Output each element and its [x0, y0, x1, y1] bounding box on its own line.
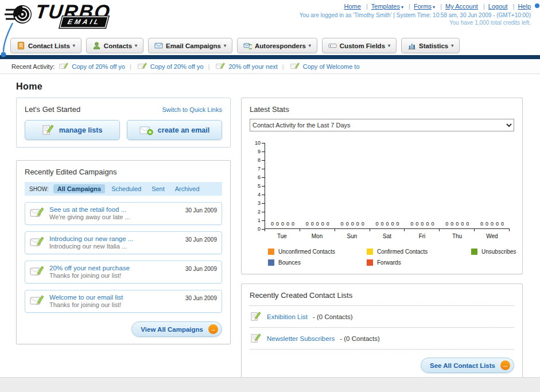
legend-label: Forwards [377, 259, 401, 266]
recent-activity-bar: Recent Activity: Copy of 20% off yo Copy… [0, 59, 540, 74]
nav-divider-bar [0, 55, 540, 59]
see-all-contact-lists-button[interactable]: See All Contact Lists → [421, 358, 514, 373]
chevron-down-icon: ▾ [401, 5, 403, 10]
campaign-title-link[interactable]: Introducing our new range ... [49, 235, 181, 242]
top-link-help[interactable]: Help [518, 3, 531, 10]
recent-activity-link[interactable]: 20% off your next [228, 63, 277, 70]
campaign-list-item[interactable]: 20% off your next purchase Thanks for jo… [25, 261, 222, 284]
campaign-list-item[interactable]: Introducing our new range ... Introducin… [25, 231, 222, 254]
decorative-dot [535, 3, 539, 8]
campaign-title-link[interactable]: Welcome to our email list [49, 294, 181, 301]
campaign-list-item[interactable]: See us at the retail food ... We're givi… [25, 202, 222, 225]
contact-list-name-link[interactable]: Exhibition List [267, 313, 308, 320]
pencil-paper-icon [42, 125, 55, 135]
recent-activity-link[interactable]: Copy of Welcome to [303, 63, 360, 70]
bar-value-label: 0 [276, 222, 279, 227]
stats-period-select[interactable]: Contact Activity for the Last 7 Days [250, 119, 514, 131]
y-axis-label: 4 [258, 192, 265, 197]
latest-stats-panel: Latest Stats Contact Activity for the La… [241, 98, 523, 274]
nav-tab-label: Autoresponders [255, 42, 306, 49]
recent-activity-item[interactable]: 20% off your next [208, 63, 278, 70]
top-link-forms[interactable]: Forms [414, 3, 432, 10]
bar-value-label: 0 [397, 222, 399, 227]
top-link-home[interactable]: Home [344, 3, 361, 10]
contact-list-item[interactable]: Exhibition List - (0 Contacts) [250, 305, 514, 327]
legend-label: Unconfirmed Contacts [278, 249, 335, 255]
bar-value-label: 0 [415, 222, 418, 227]
filter-tab-all-campaigns[interactable]: All Campaigns [53, 184, 105, 193]
contact-list-detail: - (0 Contacts) [313, 313, 353, 320]
email-pencil-icon [30, 236, 45, 248]
contact-list-item[interactable]: Newsletter Subscribers - (0 Contacts) [250, 327, 514, 349]
contact-list-name-link[interactable]: Newsletter Subscribers [267, 335, 335, 342]
top-link-my-account[interactable]: My Account [445, 3, 478, 10]
contact-lists-title: Recently Created Contact Lists [250, 291, 514, 300]
manage-lists-button[interactable]: manage lists [25, 120, 120, 140]
legend-label: Unsubscribes [481, 249, 516, 255]
bar-value-label: 0 [346, 222, 349, 227]
email-campaigns-icon [154, 41, 163, 50]
bar-value-label: 0 [485, 222, 488, 227]
bar-value-label: 0 [321, 222, 324, 227]
bar-value-label: 0 [286, 222, 289, 227]
page-footer [0, 377, 540, 392]
campaign-title-link[interactable]: See us at the retail food ... [49, 206, 181, 213]
email-pencil-icon [216, 63, 226, 70]
view-all-campaigns-button[interactable]: View All Campaigns → [131, 321, 222, 337]
recent-activity-item[interactable]: Copy of Welcome to [282, 63, 360, 70]
nav-tab-statistics[interactable]: Statistics ▾ [401, 38, 460, 53]
nav-tab-email-campaigns[interactable]: Email Campaigns ▾ [148, 38, 232, 53]
campaign-date: 30 Jun 2009 [185, 236, 217, 243]
switch-quick-links-link[interactable]: Switch to Quick Links [162, 106, 222, 113]
nav-tab-autoresponders[interactable]: Autoresponders ▾ [237, 38, 317, 53]
app-logo: TURBO EMAIL [5, 2, 111, 28]
bar-value-label: 0 [341, 222, 344, 227]
bar-value-label: 0 [306, 222, 309, 227]
chevron-down-icon: ▾ [451, 43, 453, 48]
login-info-text: You are logged in as 'Timothy Smith' | S… [300, 12, 531, 18]
email-pencil-icon [30, 295, 45, 306]
filter-tab-archived[interactable]: Archived [171, 184, 204, 193]
recent-activity-link[interactable]: Copy of 20% off yo [72, 63, 125, 70]
nav-tab-label: Custom Fields [340, 42, 385, 49]
chevron-down-icon: ▾ [388, 43, 390, 48]
campaign-date: 30 Jun 2009 [185, 295, 217, 301]
top-link-logout[interactable]: Logout [488, 3, 508, 10]
campaign-title-link[interactable]: 20% off your next purchase [49, 265, 181, 271]
y-axis-label: 3 [258, 200, 265, 206]
top-link-templates[interactable]: Templates [371, 3, 400, 10]
recent-activity-item[interactable]: Copy of 20% off yo [59, 63, 125, 70]
chart-x-ticks [265, 229, 510, 231]
nav-tab-contacts[interactable]: Contacts ▾ [86, 38, 143, 53]
x-axis-label: Sun [335, 233, 370, 239]
x-axis-label: Fri [405, 233, 440, 239]
chart-x-axis: TueMonSunSatFriThuWed [265, 233, 510, 239]
email-pencil-icon [30, 207, 45, 219]
y-axis-label: 9 [258, 149, 265, 154]
chart-legend: Unconfirmed Contacts Confirmed Contacts … [268, 249, 514, 266]
filter-tab-scheduled[interactable]: Scheduled [107, 184, 145, 193]
y-axis-label: 5 [258, 183, 265, 189]
manage-lists-label: manage lists [59, 126, 103, 134]
get-started-title: Let's Get Started [25, 105, 80, 114]
contacts-icon [92, 41, 101, 50]
bar-value-label: 0 [445, 222, 448, 227]
legend-item-bounces: Bounces [268, 259, 367, 266]
bar-value-label: 0 [426, 222, 429, 227]
nav-tab-contact-lists[interactable]: Contact Lists ▾ [10, 38, 81, 53]
campaign-list-item[interactable]: Welcome to our email list Thanks for joi… [25, 290, 222, 313]
email-plus-icon [139, 125, 153, 135]
nav-tab-custom-fields[interactable]: Custom Fields ▾ [322, 38, 397, 53]
legend-swatch-bounces [268, 259, 274, 266]
create-email-button[interactable]: create an email [127, 120, 222, 140]
chart-bar-group: 00000 [265, 143, 300, 228]
email-pencil-icon [138, 63, 147, 70]
chart-plot-area: 00000000000000000000000000000000000 [265, 143, 510, 229]
bar-value-label: 0 [501, 222, 504, 227]
chevron-down-icon: ▾ [73, 43, 75, 48]
filter-tab-sent[interactable]: Sent [147, 184, 169, 193]
recent-activity-link[interactable]: Copy of 20% off yo [150, 63, 204, 70]
latest-stats-title: Latest Stats [250, 105, 514, 114]
recent-activity-item[interactable]: Copy of 20% off yo [130, 63, 204, 70]
chart-bar-group: 00000 [440, 143, 475, 228]
